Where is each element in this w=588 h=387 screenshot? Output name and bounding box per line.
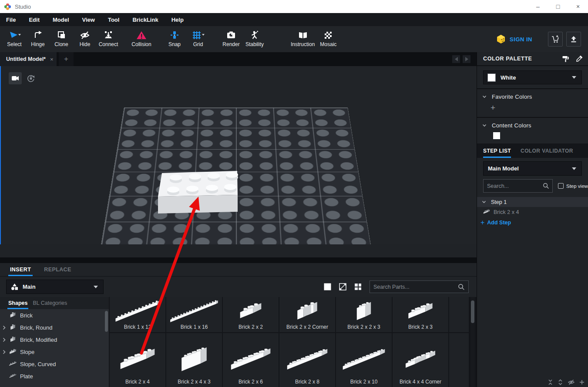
collapse-all-icon[interactable] bbox=[548, 379, 553, 385]
parts-controls-row: Main bbox=[0, 277, 477, 297]
color-palette-header: COLOR PALETTE bbox=[477, 52, 588, 66]
parts-search-input[interactable] bbox=[370, 284, 458, 290]
category-brick-modified[interactable]: Brick, Modified bbox=[0, 334, 109, 346]
tab-nav bbox=[450, 52, 477, 66]
menu-bricklink[interactable]: BrickLink bbox=[126, 13, 165, 26]
add-step-button[interactable]: + Add Step bbox=[477, 218, 588, 227]
caret-down-icon bbox=[94, 286, 98, 288]
rotation-lock-button[interactable] bbox=[24, 72, 37, 84]
part-brick-2x2-corner[interactable]: Brick 2 x 2 Corner bbox=[279, 297, 335, 332]
parts-search bbox=[370, 280, 469, 293]
part-brick-2x2[interactable]: Brick 2 x 2 bbox=[223, 297, 279, 332]
category-brick-round[interactable]: Brick, Round bbox=[0, 321, 109, 334]
parts-scrollbar[interactable] bbox=[470, 297, 475, 387]
window-controls: – □ × bbox=[528, 0, 588, 13]
part-brick-2x2x3[interactable]: Brick 2 x 2 x 3 bbox=[336, 297, 392, 332]
menu-edit[interactable]: Edit bbox=[22, 13, 46, 26]
part-brick-2x6[interactable]: Brick 2 x 6 bbox=[223, 333, 279, 387]
part-brick-4x4-corner[interactable]: Brick 4 x 4 Corner bbox=[393, 333, 448, 387]
window-title: Studio bbox=[15, 3, 31, 10]
step-search-input[interactable] bbox=[484, 183, 543, 189]
render-tool[interactable]: Render bbox=[221, 26, 241, 52]
part-brick-2x3[interactable]: Brick 2 x 3 bbox=[393, 297, 448, 332]
eyedropper-icon[interactable] bbox=[575, 55, 583, 63]
expand-all-icon[interactable] bbox=[558, 379, 563, 385]
select-tool[interactable]: Select bbox=[4, 26, 24, 52]
tab-color-validator[interactable]: COLOR VALIDATOR bbox=[521, 143, 573, 158]
viewport-3d[interactable]: 1 total part bbox=[0, 66, 477, 244]
upload-icon bbox=[570, 35, 578, 43]
collision-tool[interactable]: Collision bbox=[131, 26, 151, 52]
minifig-head-icon bbox=[496, 34, 506, 44]
connect-tool[interactable]: Connect bbox=[98, 26, 118, 52]
close-button[interactable]: × bbox=[568, 0, 588, 13]
part-brick-1x12[interactable]: Brick 1 x 12 bbox=[110, 297, 165, 332]
add-favorite-color-button[interactable]: + bbox=[491, 102, 588, 113]
mosaic-icon bbox=[323, 30, 333, 40]
menu-model[interactable]: Model bbox=[46, 13, 76, 26]
new-tab-button[interactable]: + bbox=[59, 52, 74, 66]
tab-untitled-model[interactable]: Untitled Model* × bbox=[0, 52, 57, 66]
hide-tool[interactable]: Hide bbox=[75, 26, 95, 52]
tab-replace[interactable]: REPLACE bbox=[44, 263, 71, 276]
menu-tool[interactable]: Tool bbox=[101, 13, 126, 26]
step-view-checkbox[interactable] bbox=[558, 183, 564, 189]
content-colors-section[interactable]: Content Colors bbox=[477, 120, 588, 131]
rotation-lock-icon bbox=[27, 74, 35, 83]
tab-insert[interactable]: INSERT bbox=[10, 263, 31, 276]
palette-select-dropdown[interactable]: Main bbox=[6, 280, 104, 294]
menu-view[interactable]: View bbox=[76, 13, 101, 26]
category-plate[interactable]: Plate bbox=[0, 370, 109, 382]
stability-figure-icon bbox=[250, 30, 259, 40]
menu-file[interactable]: File bbox=[0, 13, 22, 26]
step-view-toggle[interactable]: Step view bbox=[558, 183, 588, 189]
category-scrollbar[interactable] bbox=[105, 311, 108, 332]
favorite-colors-section[interactable]: Favorite Colors bbox=[477, 91, 588, 102]
color-select-dropdown[interactable]: White bbox=[483, 70, 582, 84]
maximize-button[interactable]: □ bbox=[548, 0, 568, 13]
instruction-tool[interactable]: Instruction bbox=[291, 26, 315, 52]
category-slope[interactable]: Slope bbox=[0, 346, 109, 358]
color-palette-title: COLOR PALETTE bbox=[483, 56, 532, 62]
content-color-white-swatch[interactable] bbox=[493, 132, 500, 139]
part-brick-2x4x3[interactable]: Brick 2 x 4 x 3 bbox=[166, 333, 222, 387]
sign-in-button[interactable]: SIGN IN bbox=[496, 34, 532, 44]
tab-scroll-left-button[interactable] bbox=[452, 55, 460, 63]
hinge-tool[interactable]: Hinge bbox=[28, 26, 48, 52]
plate-icon bbox=[8, 372, 17, 380]
part-brick-2x4[interactable]: Brick 2 x 4 bbox=[110, 333, 165, 387]
mosaic-tool[interactable]: Mosaic bbox=[318, 26, 338, 52]
model-select-dropdown[interactable]: Main Model bbox=[483, 161, 582, 176]
part-brick-1x16[interactable]: Brick 1 x 16 bbox=[166, 297, 222, 332]
no-color-toggle[interactable] bbox=[339, 283, 346, 290]
hide-steps-icon[interactable] bbox=[568, 379, 575, 385]
grid-tool[interactable]: Grid bbox=[188, 26, 208, 52]
cart-button[interactable] bbox=[548, 32, 563, 47]
step-1-row[interactable]: Step 1 bbox=[477, 197, 588, 207]
upload-button[interactable] bbox=[566, 32, 581, 47]
tab-close-icon[interactable]: × bbox=[50, 56, 54, 63]
color-swatch-toggle[interactable] bbox=[324, 283, 331, 290]
tab-step-list[interactable]: STEP LIST bbox=[483, 143, 511, 158]
category-slope-curved[interactable]: Slope, Curved bbox=[0, 358, 109, 370]
tab-bl-categories[interactable]: BL Categories bbox=[33, 297, 67, 309]
part-brick-2x10[interactable]: Brick 2 x 10 bbox=[336, 333, 392, 387]
paint-roller-icon[interactable] bbox=[562, 55, 569, 63]
brick-2x4-model[interactable] bbox=[153, 170, 240, 218]
parts-grid: Brick 1 x 12 Brick 1 x 16 Brick 2 x 2 bbox=[109, 297, 477, 387]
selected-color-name: White bbox=[501, 74, 516, 81]
grid-view-toggle[interactable] bbox=[354, 283, 362, 290]
tab-shapes[interactable]: Shapes bbox=[8, 297, 27, 309]
add-icon[interactable] bbox=[579, 380, 585, 385]
stability-tool[interactable]: Stability bbox=[245, 26, 265, 52]
category-brick[interactable]: Brick bbox=[0, 309, 109, 321]
camera-view-button[interactable] bbox=[9, 72, 22, 84]
minimize-button[interactable]: – bbox=[528, 0, 548, 13]
snap-tool[interactable]: Snap bbox=[165, 26, 185, 52]
step-part-brick-2x4[interactable]: Brick 2 x 4 bbox=[477, 207, 588, 217]
part-brick-2x8[interactable]: Brick 2 x 8 bbox=[279, 333, 335, 387]
clone-tool[interactable]: Clone bbox=[51, 26, 71, 52]
brick-modified-icon bbox=[8, 336, 17, 344]
menu-help[interactable]: Help bbox=[165, 13, 190, 26]
tab-scroll-right-button[interactable] bbox=[463, 55, 470, 63]
